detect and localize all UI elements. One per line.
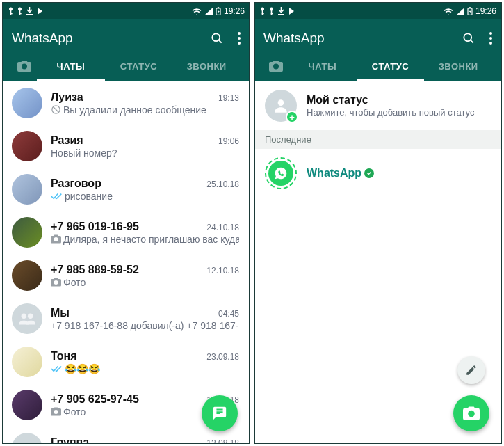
avatar[interactable] [12, 433, 42, 443]
fab-new-chat[interactable] [202, 395, 238, 431]
chat-message: 😂😂😂 [51, 363, 239, 374]
status-ring [265, 157, 297, 189]
fab-camera-status[interactable] [453, 395, 489, 431]
svg-point-21 [270, 8, 273, 11]
section-recent: Последние [255, 130, 501, 149]
chat-row[interactable]: Луиза19:13Вы удалили данное сообщение [3, 81, 249, 125]
svg-point-12 [238, 42, 241, 45]
tab-chats[interactable]: ЧАТЫ [37, 51, 105, 81]
whatsapp-status-name: WhatsApp [307, 167, 374, 180]
chat-name: +7 985 889-59-52 [51, 264, 139, 276]
svg-rect-2 [10, 13, 13, 14]
chat-name: Разговор [51, 177, 101, 190]
statusbar-time: 19:26 [224, 6, 245, 16]
svg-rect-5 [19, 13, 22, 14]
avatar[interactable] [12, 347, 42, 377]
my-status-row[interactable]: + Мой статус Нажмите, чтобы добавить нов… [255, 81, 501, 130]
chat-time: 04:45 [218, 309, 239, 319]
svg-point-0 [9, 8, 13, 11]
phone-right: 19:26 WhatsApp ЧАТЫ СТАТУС ЗВОНКИ + [254, 2, 502, 444]
more-icon[interactable] [489, 32, 492, 45]
tab-camera[interactable] [12, 61, 37, 72]
chat-name: Группа [51, 436, 89, 443]
statusbar-time: 19:26 [475, 6, 496, 16]
tab-status[interactable]: СТАТУС [105, 51, 173, 81]
avatar[interactable] [12, 217, 42, 248]
svg-point-14 [22, 314, 26, 319]
download-icon [26, 7, 33, 15]
chat-time: 19:06 [218, 136, 239, 146]
search-icon[interactable] [462, 31, 475, 45]
camera-icon [17, 61, 31, 72]
check-read-icon [51, 192, 63, 200]
android-statusbar: 19:26 [3, 3, 249, 19]
avatar[interactable] [12, 260, 42, 291]
tab-chats[interactable]: ЧАТЫ [288, 51, 357, 81]
block-icon [51, 104, 61, 115]
more-icon[interactable] [238, 32, 241, 45]
key-icon [259, 7, 266, 15]
check-read-icon [51, 365, 63, 373]
chat-row[interactable]: +7 985 889-59-5212.10.18Фото [3, 254, 249, 297]
chat-row[interactable]: Разговор25.10.18рисование [3, 168, 249, 211]
photo-icon [51, 234, 61, 244]
whatsapp-status-row[interactable]: WhatsApp [255, 149, 501, 198]
chat-message: +7 918 167-16-88 добавил(-а) +7 918 167-… [51, 320, 239, 331]
chat-row[interactable]: Мы04:45+7 918 167-16-88 добавил(-а) +7 9… [3, 297, 249, 340]
app-title: WhatsApp [12, 31, 73, 46]
svg-rect-20 [262, 13, 264, 14]
chat-row[interactable]: +7 965 019-16-9524.10.18Диляра, я нечаст… [3, 211, 249, 254]
avatar[interactable] [12, 131, 42, 161]
android-statusbar: 19:26 [255, 3, 501, 19]
chat-time: 23.09.18 [206, 352, 239, 362]
svg-rect-23 [271, 13, 273, 14]
chat-message: Новый номер? [51, 148, 239, 159]
whatsapp-logo-icon [268, 161, 293, 186]
search-icon[interactable] [210, 31, 224, 45]
download-icon [277, 7, 285, 15]
wifi-icon [444, 8, 453, 15]
svg-rect-24 [278, 14, 284, 15]
avatar[interactable] [12, 303, 42, 334]
chat-name: Луиза [51, 91, 83, 104]
tab-calls[interactable]: ЗВОНКИ [424, 51, 492, 81]
svg-point-29 [489, 37, 492, 40]
key-icon [17, 7, 23, 15]
battery-icon [467, 7, 473, 15]
tab-camera[interactable] [263, 61, 288, 72]
avatar[interactable] [12, 174, 42, 205]
chat-message: Диляра, я нечасто приглашаю вас куда-ни.… [51, 234, 239, 245]
my-status-sub: Нажмите, чтобы добавить новый статус [307, 107, 474, 118]
avatar[interactable] [12, 88, 42, 118]
chat-time: 24.10.18 [206, 223, 239, 232]
chat-message: Вы удалили данное сообщение [51, 104, 239, 116]
svg-point-11 [238, 37, 241, 40]
svg-rect-8 [218, 7, 219, 8]
svg-point-31 [278, 99, 284, 106]
play-icon [288, 7, 295, 15]
chat-name: Мы [51, 307, 70, 319]
chat-name: Тоня [51, 350, 77, 363]
fab-text-status[interactable] [457, 356, 485, 384]
photo-icon [51, 407, 61, 416]
verified-icon [364, 168, 374, 178]
tab-calls[interactable]: ЗВОНКИ [172, 51, 241, 81]
avatar: + [265, 90, 297, 122]
my-status-title: Мой статус [307, 94, 474, 106]
pencil-icon [465, 364, 478, 376]
chat-row[interactable]: Разия19:06Новый номер? [3, 125, 249, 168]
tabs: ЧАТЫ СТАТУС ЗВОНКИ [263, 51, 492, 81]
tab-status[interactable]: СТАТУС [357, 51, 425, 81]
svg-point-10 [238, 32, 241, 35]
chat-time: 12.10.18 [206, 266, 239, 276]
avatar[interactable] [12, 390, 42, 420]
chat-message: рисование [51, 191, 239, 202]
chat-name: +7 905 625-97-45 [51, 393, 139, 406]
svg-point-27 [464, 33, 471, 41]
key-icon [268, 7, 275, 15]
chat-row[interactable]: Тоня23.09.18😂😂😂 [3, 340, 249, 383]
play-icon [36, 7, 44, 15]
app-title: WhatsApp [263, 31, 325, 46]
chat-time: 25.10.18 [206, 180, 239, 189]
appbar: WhatsApp ЧАТЫ СТАТУС ЗВОНКИ [3, 19, 249, 81]
